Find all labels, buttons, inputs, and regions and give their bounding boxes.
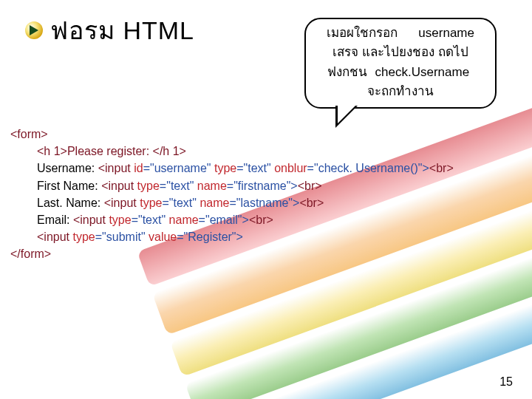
- arrow-bullet-icon: [25, 21, 43, 39]
- slide-title: ฟอรม HTML: [50, 10, 194, 50]
- callout-tail-icon: [335, 106, 361, 128]
- callout-line3: ฟงกชน check.Username: [313, 63, 488, 82]
- callout-line4: จะถกทำงาน: [313, 82, 488, 101]
- slide-page: ฟอรม HTML เมอผใชกรอก username เสรจ และไป…: [0, 0, 532, 399]
- page-number: 15: [499, 375, 513, 389]
- code-block: <form> <h 1>Please register: </h 1> User…: [10, 126, 528, 263]
- callout-line2: เสรจ และไปยงชอง ถดไป: [313, 43, 488, 62]
- callout-line1: เมอผใชกรอก username: [313, 24, 488, 43]
- callout-box: เมอผใชกรอก username เสรจ และไปยงชอง ถดไป…: [304, 18, 497, 109]
